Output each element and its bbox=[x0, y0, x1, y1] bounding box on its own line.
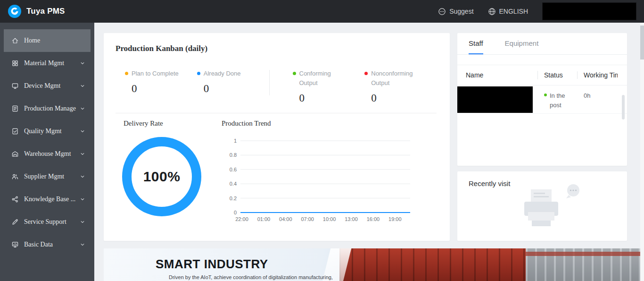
stat-plan-to-complete: Plan to Complete0 bbox=[125, 69, 197, 104]
y-axis-label: 0.6 bbox=[230, 167, 237, 172]
sidebar-item-home[interactable]: Home bbox=[4, 29, 91, 52]
sidebar-item-device-mgmt[interactable]: Device Mgmt bbox=[4, 75, 91, 97]
table-row[interactable]: In the post0h bbox=[457, 85, 627, 114]
printer-illustration bbox=[518, 183, 588, 235]
sidebar-item-basic-data[interactable]: Basic Data bbox=[4, 233, 91, 256]
x-axis-label: 19:00 bbox=[388, 216, 402, 222]
sidebar-item-label: Material Mgmt bbox=[24, 60, 80, 67]
table-header: NameStatusWorking Time bbox=[457, 65, 627, 85]
working-time-cell: 0h bbox=[577, 85, 590, 113]
status-dot bbox=[544, 94, 547, 96]
stat-dot bbox=[197, 72, 200, 75]
banner-photo-red-pipe bbox=[526, 252, 644, 256]
staff-tabs: StaffEquipment bbox=[457, 33, 627, 55]
chevron-down-icon bbox=[80, 84, 85, 88]
table-scrollbar[interactable] bbox=[622, 93, 625, 155]
x-axis-label: 01:00 bbox=[257, 216, 271, 222]
name-cell bbox=[457, 85, 537, 113]
delivery-rate-donut: 100% bbox=[122, 137, 201, 216]
knowledge-icon bbox=[11, 196, 19, 203]
stat-label: Conforming Output bbox=[299, 69, 345, 88]
service-icon bbox=[11, 218, 19, 226]
device-icon bbox=[11, 82, 19, 90]
app-title: Tuya PMS bbox=[26, 7, 65, 16]
chevron-down-icon bbox=[80, 152, 85, 156]
sidebar-item-quality-mgmt[interactable]: Quality Mgmt bbox=[4, 120, 91, 143]
production-icon bbox=[11, 105, 19, 112]
stats-divider bbox=[269, 70, 270, 95]
sidebar-item-label: Supplier Mgmt bbox=[24, 173, 80, 180]
stat-value: 0 bbox=[371, 92, 437, 104]
brand[interactable]: Tuya PMS bbox=[0, 4, 65, 18]
quality-icon bbox=[11, 128, 19, 135]
redacted-name bbox=[457, 86, 533, 113]
topbar-right: Suggest ENGLISH bbox=[438, 2, 644, 20]
sidebar-item-material-mgmt[interactable]: Material Mgmt bbox=[4, 52, 91, 75]
basic-data-icon bbox=[11, 241, 19, 248]
delivery-rate-title: Delivery Rate bbox=[124, 119, 201, 128]
delivery-rate-value: 100% bbox=[143, 169, 181, 185]
recently-visit-card: Recently visit bbox=[457, 171, 627, 241]
banner-photo-red-machinery bbox=[339, 248, 526, 281]
sidebar-item-label: Service Support bbox=[24, 218, 80, 226]
kanban-stats-row: Plan to Complete0Already Done0Conforming… bbox=[116, 69, 437, 113]
stat-value: 0 bbox=[132, 83, 197, 95]
chevron-down-icon bbox=[80, 197, 85, 202]
stat-label: Plan to Complete bbox=[132, 69, 179, 78]
sidebar-item-label: Knowledge Base ... bbox=[24, 196, 80, 203]
home-icon bbox=[11, 37, 19, 44]
sidebar-item-production-manage[interactable]: Production Manage bbox=[4, 97, 91, 120]
stat-label-row: Already Done bbox=[197, 69, 269, 78]
chevron-down-icon bbox=[80, 220, 85, 224]
sidebar-item-service-support[interactable]: Service Support bbox=[4, 211, 91, 233]
warehouse-icon bbox=[11, 150, 19, 158]
supplier-icon bbox=[11, 173, 19, 180]
sidebar-item-knowledge-base[interactable]: Knowledge Base ... bbox=[4, 188, 91, 211]
stat-value: 0 bbox=[204, 83, 269, 95]
sidebar-menu: HomeMaterial MgmtDevice MgmtProduction M… bbox=[0, 29, 94, 256]
table-body: In the post0h bbox=[457, 85, 627, 114]
x-axis-label: 04:00 bbox=[279, 216, 292, 222]
status-text: In the post bbox=[550, 91, 573, 113]
banner-title: SMART INDUSTRY bbox=[156, 257, 268, 272]
sidebar-item-label: Warehouse Mgmt bbox=[24, 150, 80, 158]
language-selector[interactable]: ENGLISH bbox=[488, 8, 528, 16]
y-axis-label: 0 bbox=[234, 210, 237, 215]
top-header: Tuya PMS Suggest ENGLISH bbox=[0, 0, 644, 23]
kanban-title: Production Kanban (daily) bbox=[104, 33, 450, 54]
staff-equipment-card: StaffEquipment NameStatusWorking Time In… bbox=[457, 33, 627, 166]
user-account-redacted[interactable] bbox=[542, 2, 636, 20]
suggest-button[interactable]: Suggest bbox=[438, 8, 473, 16]
sidebar-item-supplier-mgmt[interactable]: Supplier Mgmt bbox=[4, 165, 91, 188]
tab-staff[interactable]: Staff bbox=[469, 39, 483, 54]
page-scrollbar-thumb[interactable] bbox=[640, 26, 644, 60]
chevron-down-icon bbox=[80, 129, 85, 134]
production-kanban-card: Production Kanban (daily) Plan to Comple… bbox=[104, 33, 450, 241]
production-trend-section: Production Trend 00.20.40.60.8122:0001:0… bbox=[222, 119, 416, 225]
tab-equipment[interactable]: Equipment bbox=[505, 39, 539, 54]
stat-label: Already Done bbox=[204, 69, 241, 78]
material-icon bbox=[11, 60, 19, 67]
promo-banner[interactable]: SMART INDUSTRY Driven by the AIoT, achie… bbox=[104, 248, 644, 281]
tuya-logo-icon bbox=[8, 4, 22, 18]
stat-label-row: Conforming Output bbox=[293, 69, 365, 88]
column-header-name: Name bbox=[457, 71, 537, 79]
feedback-bubble-icon bbox=[438, 8, 446, 16]
stat-nonconforming-output: Nonconforming Output0 bbox=[364, 69, 437, 104]
suggest-label: Suggest bbox=[449, 8, 473, 15]
page-scrollbar[interactable] bbox=[640, 23, 644, 281]
stat-label: Nonconforming Output bbox=[371, 69, 416, 88]
x-axis-label: 16:00 bbox=[367, 216, 380, 222]
column-header-status: Status bbox=[537, 71, 577, 79]
status-cell: In the post bbox=[537, 85, 577, 113]
y-axis-label: 0.4 bbox=[230, 181, 237, 187]
y-axis-label: 1 bbox=[234, 138, 237, 144]
x-axis-label: 07:00 bbox=[301, 216, 314, 222]
sidebar-item-label: Production Manage bbox=[24, 105, 80, 112]
globe-icon bbox=[488, 8, 496, 16]
chevron-down-icon bbox=[80, 106, 85, 111]
sidebar-item-label: Device Mgmt bbox=[24, 82, 80, 90]
column-header-time: Working Time bbox=[577, 71, 618, 79]
table-scrollbar-thumb[interactable] bbox=[622, 95, 625, 119]
sidebar-item-warehouse-mgmt[interactable]: Warehouse Mgmt bbox=[4, 143, 91, 165]
